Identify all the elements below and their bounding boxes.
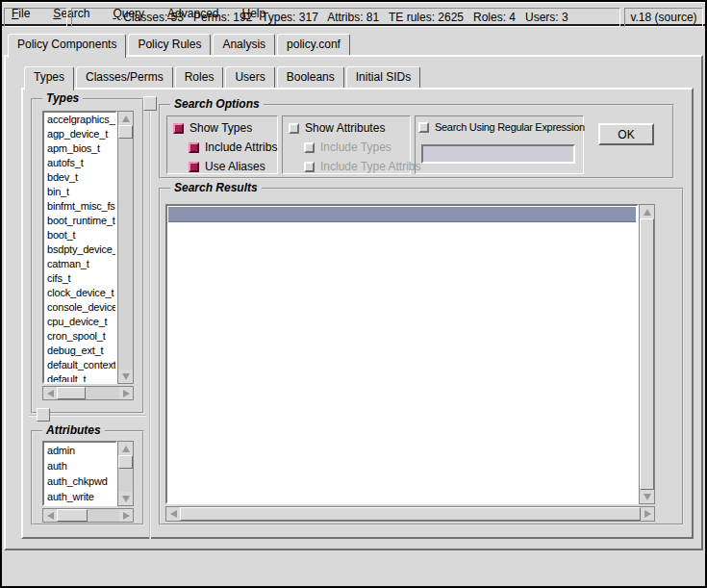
types-list-item[interactable]: catman_t (44, 257, 115, 271)
types-horizontal-scrollbar[interactable] (42, 386, 134, 400)
scroll-left-arrow[interactable] (43, 509, 57, 522)
tab-policy-rules[interactable]: Policy Rules (128, 34, 211, 55)
scrollbar-thumb[interactable] (57, 509, 88, 522)
main-tab-bar: Policy Components Policy Rules Analysis … (8, 34, 352, 55)
main-pane-sash-line (149, 98, 151, 539)
types-list-item[interactable]: apm_bios_t (44, 141, 115, 156)
checkbox-label: Use Aliases (205, 160, 265, 173)
results-vertical-scrollbar[interactable] (639, 204, 655, 504)
types-list-item[interactable]: bsdpty_device_ (44, 243, 115, 257)
checkbox-include-type-attribs[interactable]: Include Type Attribs (304, 160, 421, 173)
scroll-up-arrow[interactable] (118, 112, 133, 125)
scrollbar-trough[interactable] (88, 509, 119, 522)
checkbox-use-aliases[interactable]: Use Aliases (189, 160, 265, 173)
tab-users[interactable]: Users (225, 66, 274, 88)
scrollbar-trough[interactable] (86, 387, 119, 399)
types-list-item[interactable]: autofs_t (44, 156, 115, 170)
types-vertical-scrollbar[interactable] (117, 111, 134, 384)
component-tab-bar: Types Classes/Perms Roles Users Booleans… (24, 66, 422, 88)
checkbox-indicator (289, 123, 299, 134)
scrollbar-thumb[interactable] (118, 125, 133, 139)
types-list-item[interactable]: boot_t (44, 228, 115, 243)
checkbox-label: Show Types (189, 121, 252, 135)
main-pane-sash-handle[interactable] (143, 96, 157, 111)
tab-initial-sids[interactable]: Initial SIDs (346, 66, 420, 88)
attributes-frame-label: Attributes (42, 423, 105, 437)
search-results-textarea[interactable] (165, 204, 639, 504)
status-bar: Classes: 53 Perms: 192 Types: 317 Attrib… (2, 2, 705, 3)
checkbox-label: Search Using Regular Expression (435, 121, 585, 133)
types-list-item[interactable]: debug_ext_t (44, 344, 115, 358)
scroll-up-arrow[interactable] (640, 205, 654, 218)
attributes-list-item[interactable]: admin (44, 443, 115, 458)
types-list-item[interactable]: cpu_device_t (44, 315, 115, 329)
scrollbar-thumb[interactable] (180, 507, 641, 521)
scroll-right-arrow[interactable] (641, 507, 654, 521)
scroll-left-arrow[interactable] (43, 387, 57, 399)
checkbox-indicator (189, 142, 199, 153)
attributes-list-item[interactable]: auth (44, 458, 115, 473)
scrollbar-trough[interactable] (118, 139, 133, 370)
types-list-item[interactable]: agp_device_t (44, 127, 115, 141)
types-list-item[interactable]: accelgraphics_e (44, 113, 115, 127)
types-list-item[interactable]: bin_t (44, 185, 115, 199)
scroll-down-arrow[interactable] (640, 490, 654, 503)
checkbox-show-attributes[interactable]: Show Attributes (289, 121, 385, 135)
checkbox-indicator (304, 142, 315, 153)
status-summary: Classes: 53 Perms: 192 Types: 317 Attrib… (71, 8, 620, 27)
types-frame-label: Types (42, 91, 83, 105)
scrollbar-trough[interactable] (118, 469, 133, 492)
attributes-list-item[interactable]: auth_chkpwd (44, 473, 115, 489)
regex-entry[interactable] (421, 144, 575, 164)
checkbox-label: Include Type Attribs (320, 160, 421, 173)
checkbox-label: Show Attributes (305, 121, 385, 135)
ok-button[interactable]: OK (598, 123, 654, 145)
types-list-item[interactable]: cifs_t (44, 271, 115, 286)
attributes-list-item[interactable]: auth_write (44, 489, 115, 504)
checkbox-show-types[interactable]: Show Types (173, 121, 252, 135)
scrollbar-thumb[interactable] (118, 455, 133, 469)
checkbox-label: Include Types (320, 141, 391, 154)
scrollbar-thumb[interactable] (640, 218, 654, 490)
types-list-item[interactable]: binfmt_misc_fs (44, 199, 115, 214)
tab-classes-perms[interactable]: Classes/Perms (76, 66, 173, 88)
checkbox-regex-search[interactable]: Search Using Regular Expression (418, 121, 585, 133)
types-list-item[interactable]: default_t (44, 372, 115, 384)
types-listbox[interactable]: accelgraphics_eagp_device_tapm_bios_taut… (42, 111, 117, 384)
scroll-up-arrow[interactable] (118, 442, 133, 455)
scrollbar-thumb[interactable] (57, 387, 86, 399)
checkbox-include-types[interactable]: Include Types (304, 141, 391, 154)
status-version: v.18 (source) (624, 8, 703, 27)
scroll-down-arrow[interactable] (118, 370, 133, 383)
checkbox-include-attribs[interactable]: Include Attribs (189, 141, 277, 154)
tab-analysis[interactable]: Analysis (213, 34, 275, 55)
checkbox-label: Include Attribs (205, 141, 277, 154)
apol-window: File Search Query Advanced Help Policy C… (0, 0, 707, 588)
scroll-right-arrow[interactable] (119, 387, 133, 399)
types-list-item[interactable]: boot_runtime_t (44, 214, 115, 228)
tab-policy-components[interactable]: Policy Components (8, 34, 126, 58)
tab-types[interactable]: Types (24, 66, 74, 90)
results-horizontal-scrollbar[interactable] (165, 506, 655, 522)
scroll-down-arrow[interactable] (118, 492, 133, 505)
checkbox-indicator (173, 123, 184, 134)
attributes-horizontal-scrollbar[interactable] (42, 508, 134, 523)
types-list-item[interactable]: clock_device_t (44, 286, 115, 300)
types-list-item[interactable]: cron_spool_t (44, 329, 115, 344)
types-list-item[interactable]: console_device_ (44, 300, 115, 315)
status-cell-empty (4, 8, 67, 27)
types-list-item[interactable]: bdev_t (44, 170, 115, 185)
tab-roles[interactable]: Roles (175, 66, 224, 88)
attributes-listbox[interactable]: adminauthauth_chkpwdauth_write (42, 441, 117, 506)
tab-policy-conf[interactable]: policy.conf (277, 34, 350, 55)
types-list-item[interactable]: default_context (44, 358, 115, 372)
tab-booleans[interactable]: Booleans (277, 66, 344, 88)
scroll-right-arrow[interactable] (119, 509, 133, 522)
selected-line-highlight (168, 207, 636, 222)
scroll-left-arrow[interactable] (166, 507, 180, 521)
left-pane-sash-handle[interactable] (37, 408, 50, 422)
attributes-vertical-scrollbar[interactable] (117, 441, 134, 506)
checkbox-indicator (189, 162, 199, 172)
search-options-frame-label: Search Options (170, 97, 264, 111)
checkbox-indicator (304, 162, 315, 172)
